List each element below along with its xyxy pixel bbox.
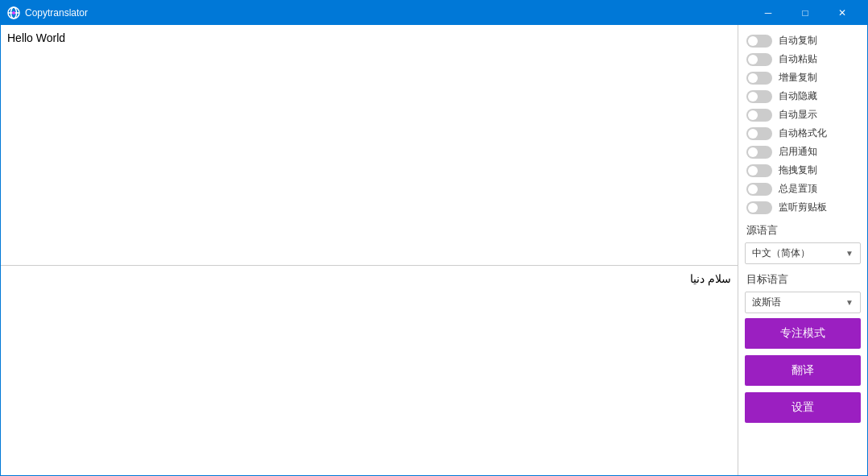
app-icon bbox=[7, 6, 20, 19]
focus-mode-button[interactable]: 专注模式 bbox=[745, 318, 861, 349]
minimize-button[interactable]: ─ bbox=[750, 1, 787, 25]
window-title: Copytranslator bbox=[25, 7, 750, 19]
target-lang-dropdown[interactable]: 波斯语 ▼ bbox=[745, 292, 861, 313]
auto-paste-label: 自动粘贴 bbox=[779, 52, 817, 66]
toggle-row-always-on-top: 总是置顶 bbox=[738, 180, 867, 198]
target-lang-value: 波斯语 bbox=[752, 296, 781, 309]
auto-hide-toggle[interactable] bbox=[746, 90, 772, 103]
source-lang-dropdown[interactable]: 中文（简体） ▼ bbox=[745, 242, 861, 264]
toggle-row-incremental-copy: 增量复制 bbox=[738, 68, 867, 87]
maximize-button[interactable]: □ bbox=[787, 1, 824, 25]
auto-format-label: 自动格式化 bbox=[779, 126, 827, 140]
toggle-row-auto-copy: 自动复制 bbox=[738, 31, 867, 50]
source-lang-section-label: 源语言 bbox=[738, 217, 867, 241]
toggle-row-drag-copy: 拖拽复制 bbox=[738, 161, 867, 180]
target-lang-arrow-icon: ▼ bbox=[845, 298, 854, 307]
toggle-row-auto-paste: 自动粘贴 bbox=[738, 50, 867, 68]
settings-button[interactable]: 设置 bbox=[745, 392, 861, 423]
drag-copy-toggle[interactable] bbox=[746, 164, 772, 177]
always-on-top-label: 总是置顶 bbox=[779, 182, 817, 196]
toggle-row-enable-notification: 启用通知 bbox=[738, 143, 867, 161]
svg-point-3 bbox=[12, 11, 15, 14]
auto-paste-toggle[interactable] bbox=[746, 53, 772, 66]
title-bar: Copytranslator ─ □ ✕ bbox=[1, 1, 867, 25]
drag-copy-label: 拖拽复制 bbox=[779, 163, 817, 177]
listen-clipboard-label: 监听剪贴板 bbox=[779, 201, 827, 214]
always-on-top-toggle[interactable] bbox=[746, 183, 772, 196]
incremental-copy-label: 增量复制 bbox=[779, 71, 817, 85]
window-controls: ─ □ ✕ bbox=[750, 1, 861, 25]
enable-notification-toggle[interactable] bbox=[746, 146, 772, 159]
listen-clipboard-toggle[interactable] bbox=[746, 201, 772, 214]
source-text-area[interactable]: Hello World bbox=[1, 25, 738, 266]
app-window: Copytranslator ─ □ ✕ Hello World سلام دن… bbox=[0, 0, 868, 476]
auto-show-label: 自动显示 bbox=[779, 108, 817, 122]
content-area: Hello World سلام دنیا 自动复制 自动粘贴 增量复制 自动隐… bbox=[1, 25, 867, 475]
auto-copy-toggle[interactable] bbox=[746, 35, 772, 48]
source-lang-arrow-icon: ▼ bbox=[845, 249, 854, 258]
sidebar: 自动复制 自动粘贴 增量复制 自动隐藏 自动显示 自动格式化 bbox=[738, 25, 867, 475]
auto-copy-label: 自动复制 bbox=[779, 34, 817, 48]
toggle-row-auto-hide: 自动隐藏 bbox=[738, 87, 867, 106]
toggle-row-listen-clipboard: 监听剪贴板 bbox=[738, 198, 867, 217]
source-lang-value: 中文（简体） bbox=[752, 246, 810, 260]
target-lang-section-label: 目标语言 bbox=[738, 266, 867, 290]
close-button[interactable]: ✕ bbox=[824, 1, 861, 25]
translated-text-area[interactable]: سلام دنیا bbox=[1, 266, 738, 475]
auto-show-toggle[interactable] bbox=[746, 109, 772, 122]
incremental-copy-toggle[interactable] bbox=[746, 72, 772, 85]
auto-format-toggle[interactable] bbox=[746, 127, 772, 140]
main-panel: Hello World سلام دنیا bbox=[1, 25, 738, 475]
toggle-row-auto-show: 自动显示 bbox=[738, 106, 867, 124]
enable-notification-label: 启用通知 bbox=[779, 145, 817, 159]
auto-hide-label: 自动隐藏 bbox=[779, 89, 817, 103]
toggle-row-auto-format: 自动格式化 bbox=[738, 124, 867, 143]
translate-button[interactable]: 翻译 bbox=[745, 355, 861, 386]
